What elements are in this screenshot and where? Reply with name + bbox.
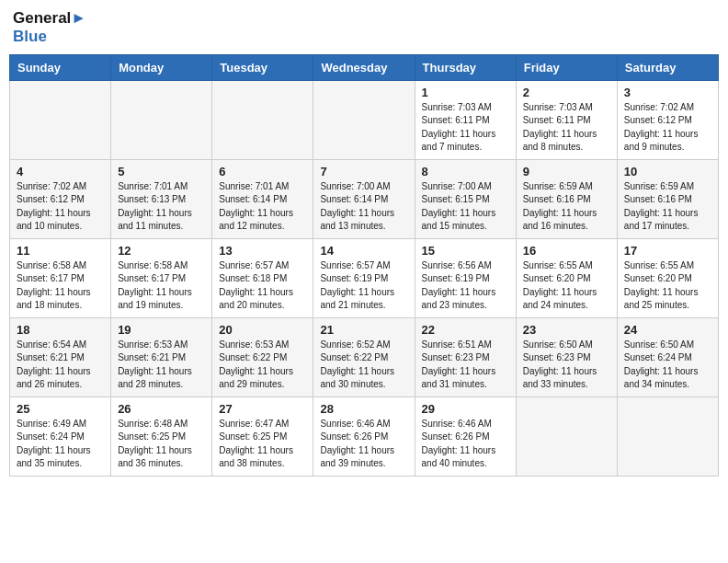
calendar-cell [111, 80, 212, 159]
day-info: Sunrise: 7:01 AM Sunset: 6:14 PM Dayligh… [219, 180, 306, 234]
calendar-cell: 11Sunrise: 6:58 AM Sunset: 6:17 PM Dayli… [10, 238, 111, 317]
calendar-cell: 3Sunrise: 7:02 AM Sunset: 6:12 PM Daylig… [617, 80, 718, 159]
day-info: Sunrise: 6:53 AM Sunset: 6:21 PM Dayligh… [118, 339, 205, 392]
page-header: General► Blue [9, 9, 719, 47]
col-header-sunday: Sunday [10, 54, 111, 80]
day-info: Sunrise: 7:00 AM Sunset: 6:15 PM Dayligh… [422, 180, 509, 234]
day-number: 2 [523, 86, 610, 99]
calendar-cell: 15Sunrise: 6:56 AM Sunset: 6:19 PM Dayli… [415, 238, 516, 317]
day-info: Sunrise: 6:58 AM Sunset: 6:17 PM Dayligh… [118, 259, 205, 313]
day-number: 10 [624, 165, 711, 178]
day-number: 8 [422, 165, 509, 178]
calendar-cell: 28Sunrise: 6:46 AM Sunset: 6:26 PM Dayli… [313, 396, 415, 476]
calendar-cell: 27Sunrise: 6:47 AM Sunset: 6:25 PM Dayli… [212, 396, 313, 476]
calendar-cell: 13Sunrise: 6:57 AM Sunset: 6:18 PM Dayli… [212, 238, 313, 317]
calendar-cell: 20Sunrise: 6:53 AM Sunset: 6:22 PM Dayli… [212, 317, 313, 396]
day-info: Sunrise: 7:03 AM Sunset: 6:11 PM Dayligh… [422, 101, 509, 155]
day-number: 19 [118, 323, 205, 337]
header-row: SundayMondayTuesdayWednesdayThursdayFrid… [10, 54, 719, 80]
day-number: 22 [422, 323, 509, 337]
calendar-cell: 12Sunrise: 6:58 AM Sunset: 6:17 PM Dayli… [111, 238, 212, 317]
day-number: 25 [17, 402, 104, 416]
calendar-cell: 6Sunrise: 7:01 AM Sunset: 6:14 PM Daylig… [212, 159, 313, 238]
day-number: 20 [219, 323, 306, 337]
calendar-table: SundayMondayTuesdayWednesdayThursdayFrid… [9, 54, 719, 477]
calendar-cell: 9Sunrise: 6:59 AM Sunset: 6:16 PM Daylig… [516, 159, 617, 238]
day-info: Sunrise: 6:55 AM Sunset: 6:20 PM Dayligh… [624, 259, 711, 313]
col-header-thursday: Thursday [415, 54, 516, 80]
day-number: 6 [219, 165, 306, 178]
col-header-saturday: Saturday [617, 54, 718, 80]
day-number: 15 [422, 244, 509, 258]
day-info: Sunrise: 6:55 AM Sunset: 6:20 PM Dayligh… [523, 259, 610, 313]
day-number: 29 [422, 402, 509, 416]
calendar-cell: 14Sunrise: 6:57 AM Sunset: 6:19 PM Dayli… [313, 238, 415, 317]
week-row-1: 1Sunrise: 7:03 AM Sunset: 6:11 PM Daylig… [10, 80, 719, 159]
logo-text: General► Blue [13, 9, 86, 47]
day-info: Sunrise: 6:53 AM Sunset: 6:22 PM Dayligh… [219, 339, 306, 392]
day-info: Sunrise: 6:46 AM Sunset: 6:26 PM Dayligh… [320, 418, 407, 471]
day-number: 5 [118, 165, 205, 178]
calendar-cell: 5Sunrise: 7:01 AM Sunset: 6:13 PM Daylig… [111, 159, 212, 238]
calendar-cell: 7Sunrise: 7:00 AM Sunset: 6:14 PM Daylig… [313, 159, 415, 238]
day-number: 12 [118, 244, 205, 258]
day-info: Sunrise: 6:59 AM Sunset: 6:16 PM Dayligh… [624, 180, 711, 234]
day-number: 23 [523, 323, 610, 337]
calendar-cell: 10Sunrise: 6:59 AM Sunset: 6:16 PM Dayli… [617, 159, 718, 238]
col-header-friday: Friday [516, 54, 617, 80]
day-info: Sunrise: 6:54 AM Sunset: 6:21 PM Dayligh… [17, 339, 104, 392]
col-header-wednesday: Wednesday [313, 54, 415, 80]
calendar-cell: 16Sunrise: 6:55 AM Sunset: 6:20 PM Dayli… [516, 238, 617, 317]
calendar-cell [516, 396, 617, 476]
day-info: Sunrise: 6:49 AM Sunset: 6:24 PM Dayligh… [17, 418, 104, 471]
day-number: 24 [624, 323, 711, 337]
calendar-cell: 1Sunrise: 7:03 AM Sunset: 6:11 PM Daylig… [415, 80, 516, 159]
week-row-5: 25Sunrise: 6:49 AM Sunset: 6:24 PM Dayli… [10, 396, 719, 476]
calendar-cell: 4Sunrise: 7:02 AM Sunset: 6:12 PM Daylig… [10, 159, 111, 238]
day-number: 9 [523, 165, 610, 178]
day-info: Sunrise: 7:00 AM Sunset: 6:14 PM Dayligh… [320, 180, 407, 234]
day-info: Sunrise: 6:57 AM Sunset: 6:19 PM Dayligh… [320, 259, 407, 313]
calendar-cell: 8Sunrise: 7:00 AM Sunset: 6:15 PM Daylig… [415, 159, 516, 238]
calendar-cell [212, 80, 313, 159]
day-number: 16 [523, 244, 610, 258]
day-number: 4 [17, 165, 104, 178]
calendar-cell: 26Sunrise: 6:48 AM Sunset: 6:25 PM Dayli… [111, 396, 212, 476]
calendar-cell: 18Sunrise: 6:54 AM Sunset: 6:21 PM Dayli… [10, 317, 111, 396]
day-info: Sunrise: 7:02 AM Sunset: 6:12 PM Dayligh… [17, 180, 104, 234]
day-number: 1 [422, 86, 509, 99]
col-header-tuesday: Tuesday [212, 54, 313, 80]
day-info: Sunrise: 7:01 AM Sunset: 6:13 PM Dayligh… [118, 180, 205, 234]
day-info: Sunrise: 6:47 AM Sunset: 6:25 PM Dayligh… [219, 418, 306, 471]
day-info: Sunrise: 6:50 AM Sunset: 6:23 PM Dayligh… [523, 339, 610, 392]
day-number: 26 [118, 402, 205, 416]
calendar-cell: 17Sunrise: 6:55 AM Sunset: 6:20 PM Dayli… [617, 238, 718, 317]
day-info: Sunrise: 6:56 AM Sunset: 6:19 PM Dayligh… [422, 259, 509, 313]
day-number: 14 [320, 244, 407, 258]
day-info: Sunrise: 6:57 AM Sunset: 6:18 PM Dayligh… [219, 259, 306, 313]
day-number: 27 [219, 402, 306, 416]
col-header-monday: Monday [111, 54, 212, 80]
calendar-cell: 29Sunrise: 6:46 AM Sunset: 6:26 PM Dayli… [415, 396, 516, 476]
calendar-cell: 19Sunrise: 6:53 AM Sunset: 6:21 PM Dayli… [111, 317, 212, 396]
day-number: 17 [624, 244, 711, 258]
day-number: 21 [320, 323, 407, 337]
calendar-cell: 24Sunrise: 6:50 AM Sunset: 6:24 PM Dayli… [617, 317, 718, 396]
day-info: Sunrise: 6:48 AM Sunset: 6:25 PM Dayligh… [118, 418, 205, 471]
logo: General► Blue [13, 9, 86, 47]
day-info: Sunrise: 6:59 AM Sunset: 6:16 PM Dayligh… [523, 180, 610, 234]
day-info: Sunrise: 6:51 AM Sunset: 6:23 PM Dayligh… [422, 339, 509, 392]
day-number: 3 [624, 86, 711, 99]
calendar-cell [10, 80, 111, 159]
day-number: 7 [320, 165, 407, 178]
day-number: 13 [219, 244, 306, 258]
day-number: 11 [17, 244, 104, 258]
calendar-cell: 25Sunrise: 6:49 AM Sunset: 6:24 PM Dayli… [10, 396, 111, 476]
week-row-4: 18Sunrise: 6:54 AM Sunset: 6:21 PM Dayli… [10, 317, 719, 396]
day-info: Sunrise: 6:52 AM Sunset: 6:22 PM Dayligh… [320, 339, 407, 392]
day-number: 28 [320, 402, 407, 416]
week-row-3: 11Sunrise: 6:58 AM Sunset: 6:17 PM Dayli… [10, 238, 719, 317]
day-info: Sunrise: 7:02 AM Sunset: 6:12 PM Dayligh… [624, 101, 711, 155]
calendar-cell: 23Sunrise: 6:50 AM Sunset: 6:23 PM Dayli… [516, 317, 617, 396]
calendar-cell: 21Sunrise: 6:52 AM Sunset: 6:22 PM Dayli… [313, 317, 415, 396]
